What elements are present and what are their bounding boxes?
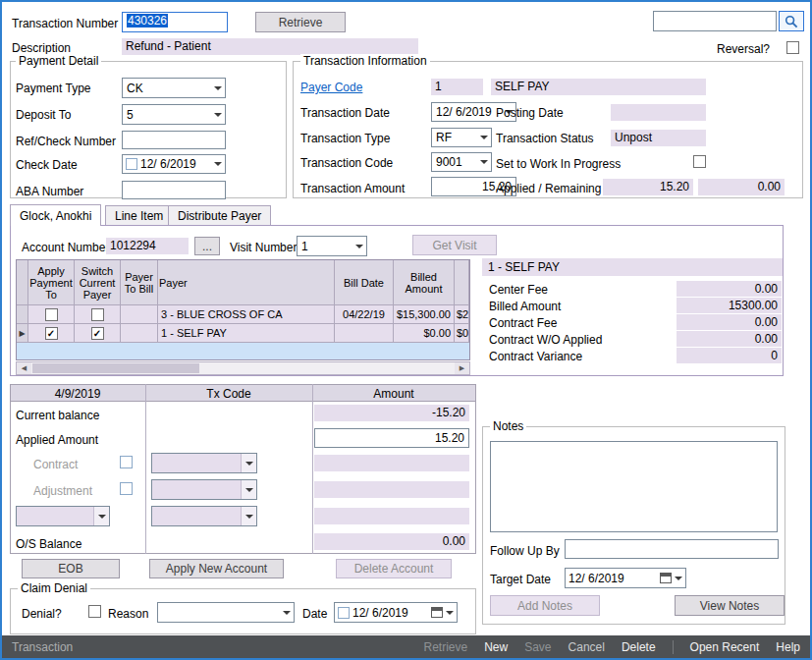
statusbar-save-button[interactable]: Save bbox=[524, 640, 551, 654]
grid-col-switch: Switch Current Payer bbox=[75, 260, 121, 305]
transaction-window: Transaction Number 430326 Retrieve Descr… bbox=[0, 0, 812, 660]
scrollbar-thumb[interactable] bbox=[32, 363, 199, 373]
allocation-divider bbox=[312, 384, 313, 554]
amount-header: Amount bbox=[312, 387, 475, 401]
view-notes-button[interactable]: View Notes bbox=[675, 595, 785, 616]
adjustment-label: Adjustment bbox=[33, 484, 92, 498]
denial-date-checkbox[interactable] bbox=[338, 607, 350, 619]
search-button[interactable] bbox=[779, 11, 804, 31]
payer-code-field: 1 bbox=[431, 79, 483, 95]
statusbar-help-button[interactable]: Help bbox=[776, 640, 800, 654]
adjustment-code-combo[interactable] bbox=[151, 479, 257, 500]
eob-button[interactable]: EOB bbox=[22, 559, 120, 578]
account-browse-button[interactable]: ... bbox=[194, 237, 220, 255]
grid-selector-header bbox=[17, 260, 28, 305]
transaction-number-value: 430326 bbox=[127, 14, 168, 28]
check-date-picker[interactable]: 12/ 6/2019 bbox=[122, 154, 226, 174]
apply-new-account-button[interactable]: Apply New Account bbox=[149, 559, 284, 578]
extra-type-combo[interactable] bbox=[16, 506, 110, 526]
denial-label: Denial? bbox=[22, 607, 62, 621]
get-visit-button[interactable]: Get Visit bbox=[412, 235, 497, 255]
contract-code-combo[interactable] bbox=[151, 453, 257, 473]
transaction-number-input[interactable]: 430326 bbox=[122, 12, 228, 32]
statusbar-delete-button[interactable]: Delete bbox=[622, 640, 656, 654]
tab-distribute-payer-label: Distribute Payer bbox=[178, 209, 261, 223]
statusbar-retrieve-button[interactable]: Retrieve bbox=[423, 640, 467, 654]
grid-col-apply: Apply Payment To bbox=[28, 260, 75, 305]
apply-payment-checkbox[interactable]: ✓ bbox=[45, 327, 58, 340]
follow-up-input[interactable] bbox=[565, 539, 779, 559]
billed-amount-cell: $15,300.00 bbox=[394, 305, 455, 324]
tab-distribute-payer[interactable]: Distribute Payer bbox=[168, 205, 271, 225]
denial-date-value: 12/ 6/2019 bbox=[352, 606, 428, 620]
transaction-code-combo[interactable]: 9001 bbox=[431, 152, 492, 172]
reversal-label: Reversal? bbox=[717, 42, 770, 56]
add-notes-button[interactable]: Add Notes bbox=[490, 595, 600, 616]
contract-wo-field: 0.00 bbox=[677, 331, 782, 347]
deposit-to-label: Deposit To bbox=[16, 108, 71, 122]
grid-row-blue-cross[interactable]: 3 - BLUE CROSS OF CA 04/22/19 $15,300.00… bbox=[17, 305, 469, 324]
wip-label: Set to Work In Progress bbox=[496, 157, 621, 171]
statusbar-actions: Retrieve New Save Cancel Delete Open Rec… bbox=[423, 640, 800, 654]
applied-cell: $2 bbox=[455, 305, 469, 324]
ref-check-number-input[interactable] bbox=[122, 131, 226, 149]
wip-checkbox[interactable] bbox=[693, 155, 706, 168]
applied-amount-input[interactable] bbox=[314, 428, 469, 448]
visit-number-combo[interactable]: 1 bbox=[297, 236, 367, 256]
target-date-picker[interactable]: 12/ 6/2019 bbox=[565, 568, 686, 588]
transaction-info-title: Transaction Information bbox=[300, 54, 430, 68]
row-selector[interactable] bbox=[17, 305, 28, 324]
payer-cell: 1 - SELF PAY bbox=[158, 324, 335, 343]
row-selector-current[interactable]: ▶ bbox=[17, 324, 28, 343]
retrieve-button[interactable]: Retrieve bbox=[255, 12, 346, 32]
extra-code-combo[interactable] bbox=[151, 506, 257, 526]
target-date-label: Target Date bbox=[490, 573, 551, 586]
calendar-icon bbox=[660, 573, 672, 583]
grid-empty-highlight-row bbox=[17, 343, 469, 360]
switch-payer-checkbox[interactable]: ✓ bbox=[91, 327, 104, 340]
notes-textarea[interactable] bbox=[490, 441, 778, 532]
transaction-date-value: 12/ 6/2019 bbox=[436, 105, 501, 119]
deposit-to-combo[interactable]: 5 bbox=[122, 104, 226, 125]
check-date-checkbox[interactable] bbox=[126, 158, 137, 170]
search-icon bbox=[785, 15, 798, 28]
chevron-down-icon bbox=[245, 488, 253, 492]
transaction-type-combo[interactable]: RF bbox=[431, 128, 492, 147]
scroll-left-button[interactable]: ◀ bbox=[17, 362, 31, 374]
reason-combo[interactable] bbox=[157, 602, 295, 623]
target-date-value: 12/ 6/2019 bbox=[568, 572, 657, 585]
switch-payer-checkbox[interactable] bbox=[91, 308, 104, 321]
scroll-right-button[interactable]: ▶ bbox=[455, 362, 469, 374]
transaction-status-field: Unpost bbox=[611, 130, 706, 146]
tab-patient[interactable]: Glock, Anokhi bbox=[10, 204, 101, 226]
statusbar-open-recent-button[interactable]: Open Recent bbox=[690, 640, 760, 654]
bill-date-cell bbox=[335, 324, 394, 343]
reversal-checkbox[interactable] bbox=[786, 41, 799, 54]
denial-checkbox[interactable] bbox=[88, 605, 101, 618]
chevron-down-icon bbox=[355, 245, 363, 248]
payer-cell: 3 - BLUE CROSS OF CA bbox=[158, 305, 335, 324]
contract-checkbox[interactable] bbox=[120, 456, 133, 468]
statusbar-divider bbox=[673, 640, 674, 654]
chevron-down-icon bbox=[214, 113, 222, 117]
grid-row-self-pay[interactable]: ▶ ✓ ✓ 1 - SELF PAY $0.00 $0 bbox=[17, 324, 469, 343]
search-input[interactable] bbox=[653, 11, 777, 31]
statusbar-new-button[interactable]: New bbox=[484, 640, 508, 654]
statusbar-cancel-button[interactable]: Cancel bbox=[568, 640, 605, 654]
aba-number-label: ABA Number bbox=[16, 185, 83, 198]
current-row-arrow-icon: ▶ bbox=[19, 329, 25, 338]
delete-account-button[interactable]: Delete Account bbox=[336, 559, 452, 578]
apply-payment-checkbox[interactable] bbox=[45, 308, 58, 321]
tx-code-header: Tx Code bbox=[145, 387, 312, 401]
transaction-type-label: Transaction Type bbox=[300, 132, 390, 145]
transaction-code-label: Transaction Code bbox=[300, 156, 393, 170]
tab-line-item[interactable]: Line Item bbox=[105, 205, 173, 225]
denial-date-picker[interactable]: 12/ 6/2019 bbox=[334, 602, 458, 623]
payer-grid: Apply Payment To Switch Current Payer Pa… bbox=[16, 259, 470, 360]
adjustment-checkbox[interactable] bbox=[120, 482, 133, 495]
payer-code-link[interactable]: Payer Code bbox=[300, 81, 362, 94]
grid-horizontal-scrollbar[interactable]: ◀ ▶ bbox=[16, 361, 470, 375]
aba-number-input[interactable] bbox=[122, 181, 226, 199]
payment-type-combo[interactable]: CK bbox=[122, 78, 226, 98]
contract-wo-label: Contract W/O Applied bbox=[489, 333, 602, 347]
